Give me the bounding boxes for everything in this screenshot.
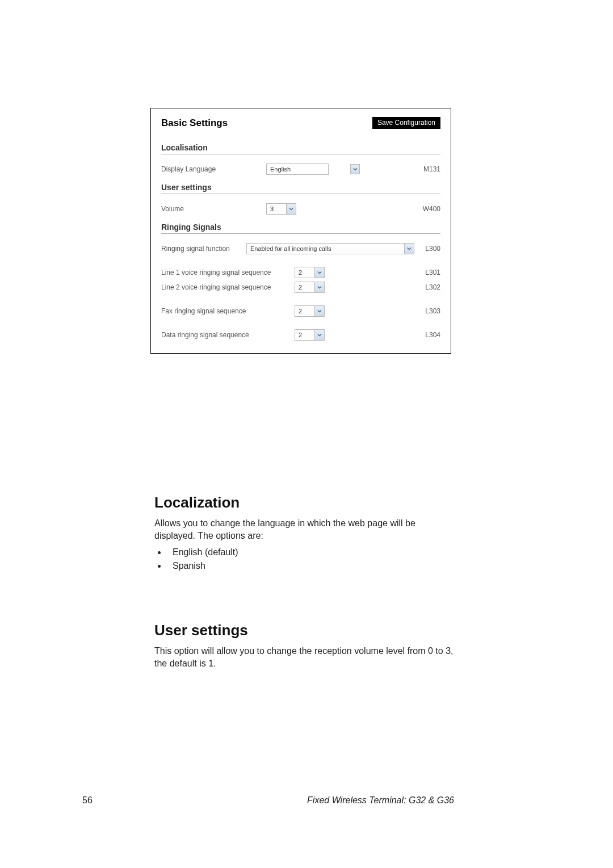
localization-heading: Localization (154, 494, 455, 511)
line2-row: Line 2 voice ringing signal sequence 2 L… (161, 282, 440, 293)
line1-label: Line 1 voice ringing signal sequence (161, 269, 295, 276)
volume-code: W400 (423, 205, 440, 213)
data-value: 2 (295, 332, 314, 338)
data-select[interactable]: 2 (295, 329, 325, 341)
data-code: L304 (425, 331, 440, 339)
display-language-select[interactable]: English (266, 163, 360, 175)
settings-panel: Basic Settings Save Configuration Locali… (150, 108, 451, 354)
line2-label: Line 2 voice ringing signal sequence (161, 283, 295, 291)
user-settings-heading: User settings (154, 622, 455, 639)
volume-label: Volume (161, 205, 266, 213)
ringing-function-row: Ringing signal function Enabled for all … (161, 243, 440, 254)
panel-title: Basic Settings (161, 118, 228, 129)
line2-code: L302 (425, 283, 440, 291)
section-localisation-title: Localisation (161, 143, 440, 154)
user-settings-section: User settings This option will allow you… (154, 622, 455, 675)
line2-value: 2 (295, 284, 314, 291)
fax-code: L303 (425, 307, 440, 315)
fax-value: 2 (295, 308, 314, 315)
chevron-down-icon (404, 244, 414, 254)
chevron-down-icon (314, 282, 324, 292)
fax-label: Fax ringing signal sequence (161, 307, 295, 315)
localization-section: Localization Allows you to change the la… (154, 494, 455, 575)
section-ringing-signals-title: Ringing Signals (161, 223, 440, 234)
document-page: Basic Settings Save Configuration Locali… (0, 0, 613, 868)
chevron-down-icon (286, 204, 296, 214)
display-language-row: Display Language English M131 (161, 163, 440, 175)
display-language-label: Display Language (161, 165, 266, 173)
line1-select[interactable]: 2 (295, 267, 325, 278)
chevron-down-icon (314, 330, 324, 340)
chevron-down-icon[interactable] (350, 164, 360, 174)
volume-select[interactable]: 3 (266, 203, 296, 215)
page-number: 56 (82, 795, 93, 806)
section-user-settings-title: User settings (161, 183, 440, 194)
ringing-function-code: L300 (421, 245, 440, 253)
line1-row: Line 1 voice ringing signal sequence 2 L… (161, 267, 440, 278)
user-settings-text: This option will allow you to change the… (154, 645, 455, 669)
fax-select[interactable]: 2 (295, 305, 325, 317)
footer-title: Fixed Wireless Terminal: G32 & G36 (307, 795, 454, 806)
line1-code: L301 (425, 269, 440, 276)
ringing-function-value: Enabled for all incoming calls (247, 245, 404, 252)
data-label: Data ringing signal sequence (161, 331, 295, 339)
panel-header: Basic Settings Save Configuration (161, 117, 440, 129)
localization-text: Allows you to change the language in whi… (154, 517, 455, 542)
ringing-function-select[interactable]: Enabled for all incoming calls (246, 243, 414, 254)
display-language-code: M131 (423, 165, 440, 173)
save-configuration-button[interactable]: Save Configuration (372, 117, 440, 129)
display-language-value: English (266, 163, 329, 175)
ringing-function-label: Ringing signal function (161, 245, 246, 253)
list-item: English (default) (167, 547, 455, 557)
volume-value: 3 (267, 206, 286, 212)
localization-options-list: English (default) Spanish (167, 547, 455, 571)
line2-select[interactable]: 2 (295, 282, 325, 293)
chevron-down-icon (314, 306, 324, 316)
line1-value: 2 (295, 269, 314, 276)
chevron-down-icon (314, 267, 324, 278)
volume-row: Volume 3 W400 (161, 203, 440, 215)
data-row: Data ringing signal sequence 2 L304 (161, 329, 440, 341)
fax-row: Fax ringing signal sequence 2 L303 (161, 305, 440, 317)
list-item: Spanish (167, 561, 455, 571)
